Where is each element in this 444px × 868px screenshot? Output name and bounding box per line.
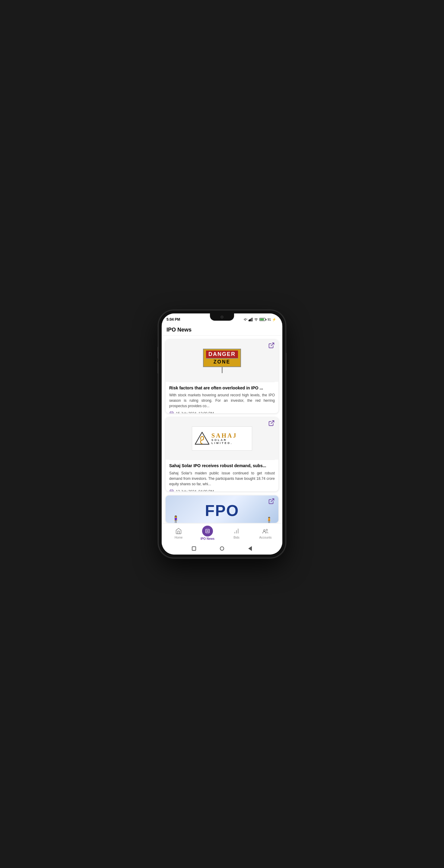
card1-description: With stock markets hovering around recor… [169, 393, 275, 409]
android-back[interactable] [247, 546, 253, 552]
svg-rect-2 [250, 318, 251, 321]
fpo-people-right: 🧍 [266, 517, 272, 523]
calendar-icon-1 [169, 411, 174, 413]
mute-icon [244, 318, 247, 321]
sahaj-triangle-svg [195, 431, 210, 446]
home-icon [175, 528, 182, 534]
wifi-icon [254, 318, 258, 321]
card2-image: SAHAJ SOLAR LIMITED. [166, 417, 278, 460]
card1-date: 15 July 2024, 12:00 PM [169, 411, 275, 413]
svg-rect-0 [248, 320, 249, 321]
svg-line-11 [271, 421, 274, 424]
nav-item-home[interactable]: Home [164, 526, 193, 540]
recents-icon [192, 547, 196, 551]
volume-down-button [157, 362, 159, 374]
ipo-news-icon-wrap [202, 526, 213, 536]
calendar-icon-2 [169, 489, 174, 492]
nav-label-bids: Bids [233, 536, 239, 539]
news-card-2[interactable]: SAHAJ SOLAR LIMITED. [165, 417, 279, 491]
svg-rect-1 [249, 319, 250, 321]
volume-up-button [157, 347, 159, 359]
svg-marker-10 [195, 432, 209, 444]
fpo-people-left: 🧍‍♀️ [172, 516, 180, 523]
card2-date: 12 July 2024, 04:00 PM [169, 489, 275, 492]
phone-screen: 5:04 PM [162, 313, 282, 555]
nav-label-home: Home [175, 536, 183, 539]
fpo-text: FPO [205, 501, 239, 520]
card1-body: Risk factors that are often overlooked i… [166, 382, 278, 413]
svg-point-21 [266, 529, 268, 531]
fpo-image: FPO 🧍‍♀️ 🧍 [166, 495, 278, 523]
camera-notch [210, 313, 234, 321]
card1-image: DANGER ZONE [166, 340, 278, 382]
signal-icon [248, 318, 253, 321]
nav-item-ipo-news[interactable]: IPO News [193, 524, 222, 541]
card2-description: Sahaj Solar's maiden public issue contin… [169, 470, 275, 487]
accounts-icon-wrap [261, 527, 270, 535]
svg-line-16 [271, 499, 274, 502]
android-recents[interactable] [191, 546, 197, 552]
bids-icon [233, 528, 240, 534]
home-button-icon [220, 547, 224, 551]
svg-point-20 [264, 530, 265, 531]
status-time: 5:04 PM [167, 317, 180, 321]
news-card-1[interactable]: DANGER ZONE [165, 339, 279, 413]
back-icon [248, 546, 252, 551]
status-icons: 91 ⚡ [244, 318, 276, 321]
svg-rect-3 [251, 318, 253, 321]
battery-icon [259, 318, 266, 321]
news-feed[interactable]: DANGER ZONE [162, 336, 282, 523]
svg-rect-17 [206, 529, 209, 533]
external-link-2[interactable] [268, 420, 276, 428]
card1-date-text: 15 July 2024, 12:00 PM [176, 411, 214, 413]
phone-frame: 5:04 PM [159, 310, 285, 558]
svg-rect-12 [170, 490, 173, 492]
svg-rect-6 [170, 412, 173, 414]
charging-icon: ⚡ [272, 318, 276, 321]
external-link-1[interactable] [268, 342, 276, 350]
nav-label-accounts: Accounts [259, 536, 271, 539]
card2-date-text: 12 July 2024, 04:00 PM [176, 490, 214, 492]
card2-body: Sahaj Solar IPO receives robust demand, … [166, 460, 278, 491]
page-title: IPO News [167, 327, 191, 333]
home-icon-wrap [174, 527, 183, 535]
sahaj-solar-image: SAHAJ SOLAR LIMITED. [192, 427, 252, 451]
news-card-3[interactable]: FPO 🧍‍♀️ 🧍 [165, 495, 279, 523]
android-nav [162, 542, 282, 555]
nav-item-bids[interactable]: Bids [222, 526, 251, 540]
nav-item-accounts[interactable]: Accounts [251, 526, 280, 540]
ipo-news-icon [205, 528, 210, 534]
card2-title: Sahaj Solar IPO receives robust demand, … [169, 463, 275, 468]
power-button [285, 352, 287, 371]
svg-point-4 [256, 321, 256, 321]
svg-line-5 [271, 343, 274, 346]
bids-icon-wrap [232, 527, 241, 535]
front-camera [220, 315, 224, 318]
danger-zone-image: DANGER ZONE [204, 344, 240, 377]
battery-percent: 91 [268, 318, 271, 321]
external-link-3[interactable] [268, 498, 276, 506]
accounts-icon [262, 528, 269, 534]
android-home[interactable] [219, 546, 225, 552]
card3-image: FPO 🧍‍♀️ 🧍 [166, 495, 278, 523]
nav-label-ipo-news: IPO News [201, 537, 214, 540]
bottom-nav: Home IPO News [162, 523, 282, 542]
top-bar: IPO News [162, 324, 282, 336]
card1-title: Risk factors that are often overlooked i… [169, 385, 275, 391]
